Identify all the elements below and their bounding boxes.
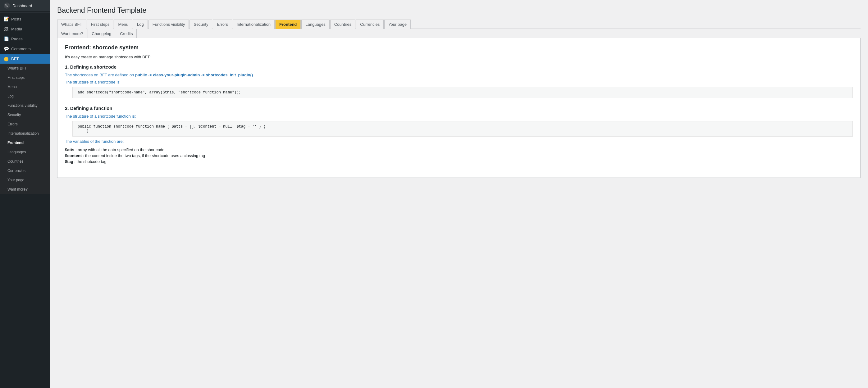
tab-internationalization[interactable]: Internationalization [233, 20, 275, 29]
tab-nav-row2: Want more? Changelog Credits [57, 29, 861, 38]
sidebar-submenu-whats-bft[interactable]: What's BFT [0, 64, 50, 73]
sidebar: W Dashboard 📝 Posts 🖼 Media 📄 Pages 💬 Co… [0, 0, 50, 388]
sidebar-item-pages[interactable]: 📄 Pages [0, 34, 50, 44]
content-section-title: Frontend: shorcode system [65, 44, 853, 51]
media-label: Media [11, 27, 22, 31]
main-content: Backend Frontend Template What's BFT Fir… [50, 0, 868, 388]
sidebar-item-comments[interactable]: 💬 Comments [0, 44, 50, 54]
content-intro: It's easy create an manage shotcodes wit… [65, 55, 853, 59]
section1-heading: Defining a shortcode [65, 64, 853, 69]
section2-variables-label: The variables of the function are: [65, 139, 853, 144]
tab-your-page[interactable]: Your page [384, 20, 411, 29]
tab-menu[interactable]: Menu [114, 20, 132, 29]
variable-content: $content : the content inside the two ta… [65, 153, 853, 158]
sidebar-submenu-functions-visibility[interactable]: Functions visibility [0, 101, 50, 110]
pages-icon: 📄 [4, 36, 9, 41]
variable-atts: $atts : array with all the data specifie… [65, 148, 853, 152]
sidebar-logo[interactable]: W Dashboard [0, 0, 50, 11]
security-label: Security [7, 113, 21, 117]
bft-icon: ⬤ [4, 56, 9, 61]
tab-security[interactable]: Security [189, 20, 212, 29]
pages-label: Pages [11, 37, 23, 41]
sidebar-submenu-want-more[interactable]: Want more? [0, 185, 50, 194]
whats-bft-label: What's BFT [7, 66, 27, 70]
tab-countries[interactable]: Countries [330, 20, 356, 29]
posts-icon: 📝 [4, 17, 9, 22]
sidebar-submenu-security[interactable]: Security [0, 110, 50, 120]
tab-functions-visibility[interactable]: Functions visibility [149, 20, 189, 29]
countries-label: Countries [7, 159, 23, 164]
languages-label: Languages [7, 150, 26, 154]
internationalization-label: Internationalization [7, 131, 39, 136]
comments-icon: 💬 [4, 46, 9, 51]
dashboard-label: Dashboard [12, 3, 32, 8]
functions-visibility-label: Functions visibility [7, 103, 38, 108]
section2-heading: Defining a function [65, 105, 853, 111]
sidebar-divider-top [0, 12, 50, 13]
your-page-label: Your page [7, 178, 24, 182]
tab-frontend[interactable]: Frontend [275, 20, 301, 29]
sidebar-item-posts[interactable]: 📝 Posts [0, 14, 50, 24]
section-defining-shortcode: Defining a shortcode The shortcodes on B… [65, 64, 853, 98]
sidebar-item-media[interactable]: 🖼 Media [0, 24, 50, 34]
page-title: Backend Frontend Template [57, 6, 861, 14]
variable-list: $atts : array with all the data specifie… [65, 148, 853, 164]
tab-want-more[interactable]: Want more? [57, 29, 87, 38]
section1-description: The shortcodes on BFT are defined on pub… [65, 73, 853, 77]
sidebar-item-bft[interactable]: ⬤ BFT [0, 54, 50, 64]
menu-label: Menu [7, 85, 17, 89]
tab-currencies[interactable]: Currencies [356, 20, 384, 29]
tab-first-steps[interactable]: First steps [87, 20, 114, 29]
sidebar-submenu-countries[interactable]: Countries [0, 157, 50, 166]
tab-whats-bft[interactable]: What's BFT [57, 20, 86, 29]
wp-logo-icon: W [4, 2, 10, 9]
section-defining-function: Defining a function The structure of a s… [65, 105, 853, 164]
tab-credits[interactable]: Credits [116, 29, 137, 38]
sidebar-submenu-frontend[interactable]: Frontend [0, 138, 50, 148]
tab-languages[interactable]: Languages [301, 20, 329, 29]
section2-description: The structure of a shortcode function is… [65, 114, 853, 119]
want-more-label: Want more? [7, 187, 28, 192]
sidebar-submenu-errors[interactable]: Errors [0, 120, 50, 129]
errors-label: Errors [7, 122, 18, 126]
comments-label: Comments [11, 46, 31, 51]
content-area: Frontend: shorcode system It's easy crea… [57, 38, 861, 178]
sidebar-submenu-languages[interactable]: Languages [0, 148, 50, 157]
tab-nav-row1: What's BFT First steps Menu Log Function… [57, 20, 861, 29]
frontend-label: Frontend [7, 140, 24, 145]
first-steps-label: First steps [7, 75, 25, 80]
log-label: Log [7, 94, 14, 98]
variable-tag: $tag : the shotcode tag [65, 159, 853, 164]
section2-code: public function shortcode_function_name … [72, 121, 853, 137]
currencies-label: Currencies [7, 168, 26, 173]
sidebar-submenu-menu[interactable]: Menu [0, 82, 50, 92]
sidebar-submenu-first-steps[interactable]: First steps [0, 73, 50, 82]
posts-label: Posts [11, 17, 22, 22]
tab-log[interactable]: Log [133, 20, 148, 29]
sidebar-submenu-internationalization[interactable]: Internationalization [0, 129, 50, 138]
section1-code: add_shortcode("shortcode-name", array($t… [72, 87, 853, 98]
sidebar-submenu-your-page[interactable]: Your page [0, 175, 50, 185]
tab-errors[interactable]: Errors [213, 20, 232, 29]
tab-changelog[interactable]: Changelog [88, 29, 115, 38]
sidebar-submenu-currencies[interactable]: Currencies [0, 166, 50, 175]
section1-structure-label: The structure of a shortcode is: [65, 80, 853, 85]
media-icon: 🖼 [4, 26, 9, 31]
bft-label: BFT [11, 57, 19, 61]
sidebar-submenu-log[interactable]: Log [0, 92, 50, 101]
sidebar-submenu: What's BFT First steps Menu Log Function… [0, 64, 50, 194]
